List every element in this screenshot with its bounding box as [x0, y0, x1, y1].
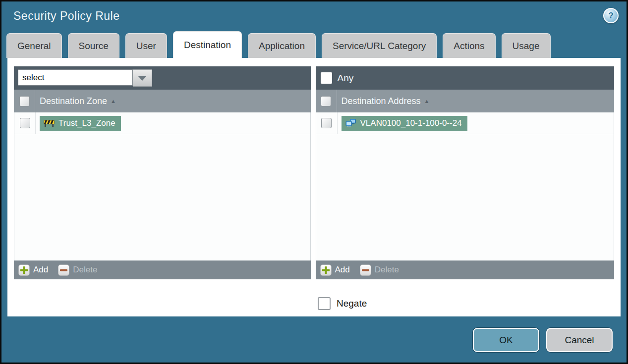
zone-add-button[interactable]: Add — [18, 264, 48, 276]
tab-destination[interactable]: Destination — [173, 31, 242, 58]
any-label: Any — [338, 73, 354, 84]
help-icon[interactable]: ? — [603, 8, 619, 23]
dialog-title: Security Policy Rule — [13, 9, 120, 23]
zone-entry-label: Trust_L3_Zone — [58, 118, 115, 128]
dialog-buttons: OK Cancel — [473, 328, 613, 352]
zone-column-header: Destination Zone ▲ — [14, 90, 311, 112]
address-entry-label: VLAN0100_10-1-100-0--24 — [360, 118, 462, 128]
titlebar: Security Policy Rule ? — [1, 1, 627, 30]
any-toggle[interactable]: Any — [316, 72, 354, 84]
zone-select-input[interactable] — [18, 69, 133, 86]
chevron-down-icon — [138, 76, 147, 81]
sort-ascending-icon: ▲ — [111, 98, 116, 104]
address-icon — [345, 119, 356, 127]
zone-select-dropdown-button[interactable] — [133, 69, 152, 87]
add-icon — [18, 264, 30, 276]
delete-icon — [360, 264, 371, 276]
address-any-bar: Any — [316, 66, 614, 90]
zone-add-label: Add — [33, 265, 48, 275]
ok-button[interactable]: OK — [473, 328, 539, 352]
sort-ascending-icon: ▲ — [424, 98, 430, 104]
tab-actions[interactable]: Actions — [443, 33, 495, 58]
address-column-title[interactable]: Destination Address — [342, 96, 421, 106]
table-row: Trust_L3_Zone — [14, 112, 310, 134]
address-column-header: Destination Address ▲ — [316, 90, 614, 112]
any-checkbox[interactable] — [321, 72, 332, 84]
zone-select-all-checkbox[interactable] — [19, 96, 30, 106]
zone-delete-label: Delete — [73, 265, 97, 275]
zone-column-title[interactable]: Destination Zone — [40, 96, 107, 106]
tab-general[interactable]: General — [6, 33, 62, 58]
address-delete-button[interactable]: Delete — [360, 264, 399, 276]
security-policy-rule-dialog: Security Policy Rule ? General Source Us… — [0, 0, 628, 364]
tab-service-url-category[interactable]: Service/URL Category — [322, 33, 437, 58]
add-icon — [320, 264, 332, 276]
address-entry[interactable]: VLAN0100_10-1-100-0--24 — [342, 116, 467, 131]
zone-row-checkbox[interactable] — [20, 118, 30, 128]
zone-delete-button[interactable]: Delete — [58, 264, 97, 276]
cancel-button[interactable]: Cancel — [546, 328, 613, 352]
address-add-label: Add — [335, 265, 350, 275]
zone-filter-bar — [14, 66, 311, 90]
negate-row: Negate — [318, 297, 367, 310]
tab-user[interactable]: User — [125, 33, 167, 58]
zone-icon — [44, 119, 55, 127]
delete-icon — [58, 264, 69, 276]
tab-usage[interactable]: Usage — [502, 33, 551, 58]
address-list: VLAN0100_10-1-100-0--24 — [316, 112, 614, 260]
zone-panel-footer: Add Delete — [14, 260, 311, 279]
negate-checkbox[interactable] — [318, 297, 331, 310]
zone-entry[interactable]: Trust_L3_Zone — [40, 116, 121, 131]
destination-zone-panel: Destination Zone ▲ — [14, 66, 311, 279]
tab-source[interactable]: Source — [68, 33, 119, 58]
table-row: VLAN0100_10-1-100-0--24 — [316, 112, 614, 134]
address-select-all-checkbox[interactable] — [321, 96, 331, 106]
address-row-checkbox[interactable] — [321, 118, 332, 128]
negate-label: Negate — [337, 298, 367, 309]
destination-address-panel: Any Destination Address ▲ — [316, 66, 614, 279]
address-delete-label: Delete — [375, 265, 399, 275]
address-add-button[interactable]: Add — [320, 264, 350, 276]
tab-application[interactable]: Application — [248, 33, 316, 58]
address-panel-footer: Add Delete — [316, 260, 614, 279]
zone-list: Trust_L3_Zone — [14, 112, 311, 260]
tab-content-destination: Destination Zone ▲ — [7, 58, 621, 316]
zone-select-combo — [18, 69, 152, 87]
tab-bar: General Source User Destination Applicat… — [1, 30, 627, 58]
